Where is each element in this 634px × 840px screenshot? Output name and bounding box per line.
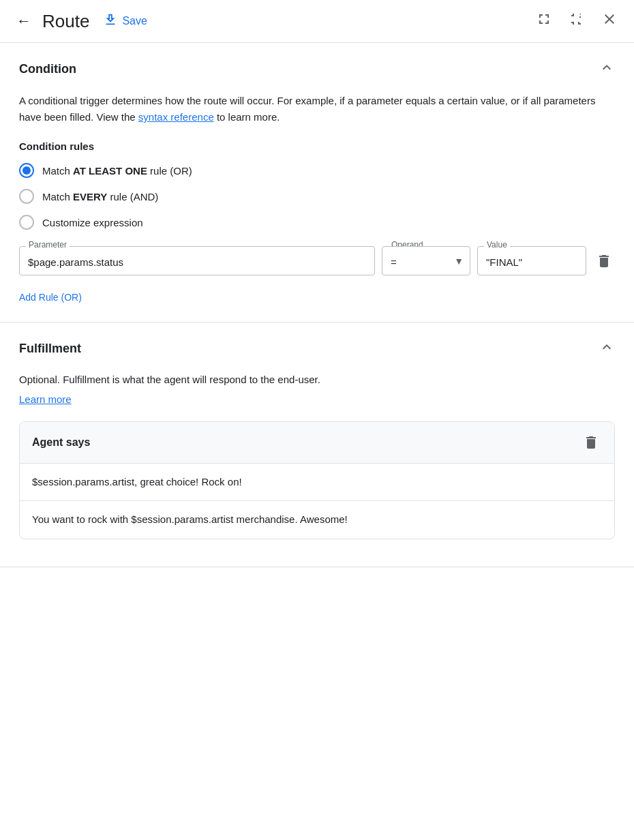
- close-icon: [601, 11, 618, 31]
- radio-label-and: Match EVERY rule (AND): [42, 191, 158, 202]
- radio-dot-or: [22, 166, 31, 175]
- condition-section-header: Condition: [19, 59, 615, 79]
- radio-label-custom: Customize expression: [42, 217, 143, 228]
- parameter-field-group: Parameter: [19, 246, 375, 275]
- agent-message-1: $session.params.artist, great choice! Ro…: [20, 464, 614, 502]
- operand-select[interactable]: = != < > <= >=: [382, 246, 470, 275]
- value-label: Value: [484, 240, 510, 250]
- fulfillment-collapse-button[interactable]: [599, 339, 615, 359]
- parameter-label: Parameter: [26, 240, 70, 250]
- agent-message-2: You want to rock with $session.params.ar…: [20, 501, 614, 539]
- condition-radio-group: Match AT LEAST ONE rule (OR) Match EVERY…: [19, 163, 615, 230]
- header-right: [533, 8, 620, 34]
- value-field-group: Value: [477, 246, 586, 275]
- agent-says-card: Agent says $session.params.artist, great…: [19, 421, 615, 539]
- back-button[interactable]: ←: [14, 10, 34, 33]
- value-input[interactable]: [477, 246, 586, 275]
- radio-item-custom[interactable]: Customize expression: [19, 215, 615, 230]
- condition-title: Condition: [19, 62, 76, 76]
- syntax-reference-link[interactable]: syntax reference: [138, 111, 214, 123]
- header-left: ← Route Save: [14, 10, 533, 33]
- save-label: Save: [122, 15, 147, 27]
- agent-card-header: Agent says: [20, 422, 614, 464]
- page-title: Route: [42, 11, 89, 32]
- learn-more-link[interactable]: Learn more: [19, 393, 72, 405]
- add-rule-button[interactable]: Add Rule (OR): [19, 289, 82, 305]
- compress-button[interactable]: [566, 8, 588, 34]
- condition-description: A conditional trigger determines how the…: [19, 93, 615, 125]
- save-button[interactable]: Save: [97, 10, 152, 33]
- radio-circle-or: [19, 163, 34, 178]
- radio-label-or: Match AT LEAST ONE rule (OR): [42, 165, 192, 177]
- fullscreen-button[interactable]: [533, 8, 555, 34]
- fullscreen-icon: [536, 11, 552, 31]
- condition-section: Condition A conditional trigger determin…: [0, 43, 634, 322]
- save-icon: [103, 12, 118, 30]
- parameter-input[interactable]: [19, 246, 375, 275]
- operand-select-wrapper: = != < > <= >= ▼: [382, 246, 470, 275]
- header: ← Route Save: [0, 0, 634, 43]
- fulfillment-title: Fulfillment: [19, 342, 81, 356]
- fulfillment-section: Fulfillment Optional. Fulfillment is wha…: [0, 322, 634, 567]
- delete-rule-button[interactable]: [593, 250, 615, 272]
- operand-field-group: Operand = != < > <= >= ▼: [382, 246, 470, 275]
- condition-rules-label: Condition rules: [19, 140, 615, 152]
- radio-item-or[interactable]: Match AT LEAST ONE rule (OR): [19, 163, 615, 178]
- radio-item-and[interactable]: Match EVERY rule (AND): [19, 189, 615, 204]
- condition-collapse-button[interactable]: [599, 59, 615, 79]
- agent-says-title: Agent says: [32, 436, 90, 449]
- radio-circle-custom: [19, 215, 34, 230]
- radio-circle-and: [19, 189, 34, 204]
- rule-row: Parameter Operand = != < > <= >= ▼ Value: [19, 246, 615, 275]
- close-button[interactable]: [599, 8, 620, 34]
- back-icon: ←: [16, 12, 31, 30]
- fulfillment-description: Optional. Fulfillment is what the agent …: [19, 372, 615, 388]
- compress-icon: [569, 11, 585, 31]
- delete-agent-says-button[interactable]: [580, 432, 602, 453]
- fulfillment-section-header: Fulfillment: [19, 339, 615, 359]
